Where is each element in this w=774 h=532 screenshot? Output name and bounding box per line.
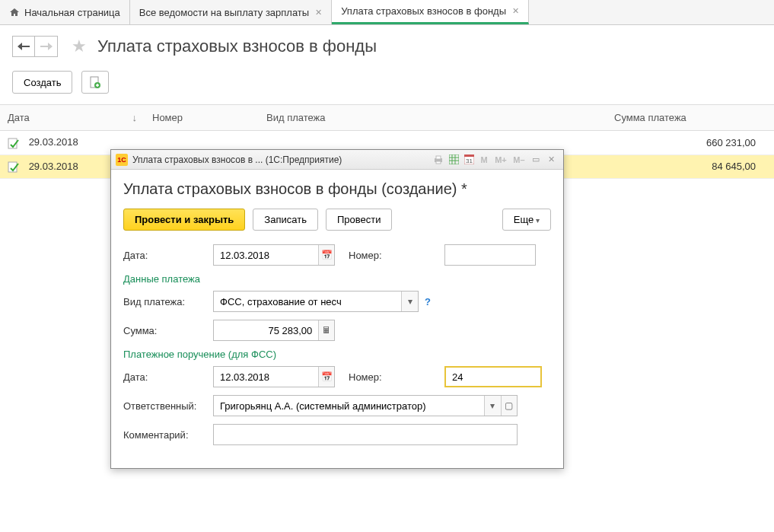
svg-rect-6 (436, 161, 441, 164)
tab-home-label: Начальная страница (24, 7, 120, 18)
table-header-row: Дата Номер Вид платежа Сумма платежа (0, 105, 774, 131)
nav-forward-button[interactable] (35, 36, 58, 57)
svg-rect-13 (464, 155, 474, 157)
sum-field[interactable]: 🖩 (213, 320, 335, 341)
calendar-grid-icon[interactable] (446, 153, 461, 167)
document-posted-icon (8, 161, 20, 173)
row-date-number: Дата: 📅 Номер: (123, 244, 551, 266)
col-type[interactable]: Вид платежа (259, 105, 607, 131)
label-payment-type: Вид платежа: (123, 296, 213, 307)
create-from-template-button[interactable] (81, 71, 109, 94)
dialog-body: Уплата страховых взносов в фонды (создан… (111, 170, 563, 468)
help-icon[interactable]: ? (425, 296, 431, 307)
number-field[interactable] (444, 244, 536, 266)
home-icon (9, 7, 20, 18)
dialog-titlebar[interactable]: 1C Уплата страховых взносов в ... (1С:Пр… (111, 150, 563, 170)
order-number-field[interactable] (444, 366, 542, 387)
tab-all-label: Все ведомости на выплату зарплаты (139, 7, 309, 18)
svg-text:31: 31 (466, 158, 473, 164)
col-sum[interactable]: Сумма платежа (607, 105, 774, 131)
payment-type-input[interactable] (214, 291, 401, 311)
nav-row: ★ Уплата страховых взносов в фонды (0, 25, 774, 71)
post-button[interactable]: Провести (326, 209, 393, 231)
dropdown-icon[interactable]: ▾ (401, 291, 418, 311)
favorite-star-icon[interactable]: ★ (72, 37, 87, 56)
calc-m-icon[interactable]: M (476, 153, 492, 167)
cell-sum: 660 231,00 (607, 131, 774, 155)
svg-rect-5 (436, 156, 441, 159)
calc-mminus-icon[interactable]: M– (510, 153, 528, 167)
app-1c-icon: 1C (116, 154, 128, 166)
label-number: Номер: (349, 250, 438, 261)
col-date[interactable]: Дата (0, 105, 145, 131)
dialog-heading: Уплата страховых взносов в фонды (создан… (123, 180, 551, 198)
col-number[interactable]: Номер (145, 105, 259, 131)
print-icon[interactable] (431, 153, 446, 167)
calc-mplus-icon[interactable]: M+ (492, 153, 510, 167)
page-title: Уплата страховых взносов в фонды (97, 37, 377, 56)
payment-type-select[interactable]: ▾ (213, 291, 419, 312)
open-ref-icon[interactable]: ▢ (501, 396, 517, 416)
order-date-field[interactable]: 📅 (213, 366, 335, 387)
dialog-toolbar: Провести и закрыть Записать Провести Еще (123, 209, 551, 231)
tab-pay-label: Уплата страховых взносов в фонды (341, 5, 506, 17)
label-sum: Сумма: (123, 325, 213, 336)
label-order-date: Дата: (123, 371, 213, 383)
row-comment: Комментарий: (123, 424, 551, 445)
comment-input[interactable] (214, 425, 517, 444)
order-date-input[interactable] (214, 367, 318, 387)
tab-home[interactable]: Начальная страница (0, 0, 130, 24)
section-payment-data: Данные платежа (123, 273, 551, 285)
label-order-number: Номер: (349, 371, 438, 383)
svg-rect-7 (449, 155, 459, 164)
row-responsible: Ответственный: ▾ ▢ (123, 395, 551, 416)
tab-insurance-pay[interactable]: Уплата страховых взносов в фонды ✕ (332, 0, 529, 24)
create-button[interactable]: Создать (12, 71, 72, 94)
tab-all-payroll[interactable]: Все ведомости на выплату зарплаты ✕ (130, 0, 332, 24)
row-payment-type: Вид платежа: ▾ ? (123, 291, 551, 312)
create-document-dialog: 1C Уплата страховых взносов в ... (1С:Пр… (110, 149, 564, 469)
calculator-icon[interactable]: 🖩 (318, 320, 334, 340)
cell-date: 29.03.2018 (29, 161, 78, 172)
date-field[interactable]: 📅 (213, 244, 335, 266)
number-input[interactable] (445, 245, 535, 265)
dropdown-icon[interactable]: ▾ (484, 396, 500, 416)
nav-back-button[interactable] (12, 36, 35, 57)
minimize-icon[interactable]: ▭ (528, 153, 543, 167)
cell-date: 29.03.2018 (29, 136, 78, 148)
row-order-date-number: Дата: 📅 Номер: (123, 366, 551, 387)
label-date: Дата: (123, 250, 213, 261)
document-posted-icon (8, 137, 20, 149)
label-responsible: Ответственный: (123, 400, 213, 412)
save-button[interactable]: Записать (253, 209, 318, 231)
post-and-close-button[interactable]: Провести и закрыть (123, 209, 245, 231)
label-comment: Комментарий: (123, 429, 213, 441)
calendar-day-icon[interactable]: 31 (461, 153, 476, 167)
order-number-input[interactable] (446, 368, 540, 386)
calendar-icon[interactable]: 📅 (318, 245, 334, 265)
list-toolbar: Создать (0, 71, 774, 104)
calendar-icon[interactable]: 📅 (318, 367, 334, 387)
close-icon[interactable]: ✕ (315, 8, 322, 18)
responsible-input[interactable] (214, 396, 484, 416)
section-payment-order: Платежное поручение (для ФСС) (123, 349, 551, 360)
tab-bar: Начальная страница Все ведомости на выпл… (0, 0, 774, 25)
more-button[interactable]: Еще (502, 209, 551, 231)
cell-sum: 84 645,00 (607, 155, 774, 179)
sum-input[interactable] (214, 320, 318, 340)
comment-field[interactable] (213, 424, 518, 445)
row-sum: Сумма: 🖩 (123, 320, 551, 341)
date-input[interactable] (214, 245, 318, 265)
dialog-window-title: Уплата страховых взносов в ... (1С:Предп… (132, 155, 342, 165)
close-dialog-icon[interactable]: ✕ (543, 153, 559, 167)
responsible-select[interactable]: ▾ ▢ (213, 395, 518, 416)
close-icon[interactable]: ✕ (512, 6, 519, 16)
